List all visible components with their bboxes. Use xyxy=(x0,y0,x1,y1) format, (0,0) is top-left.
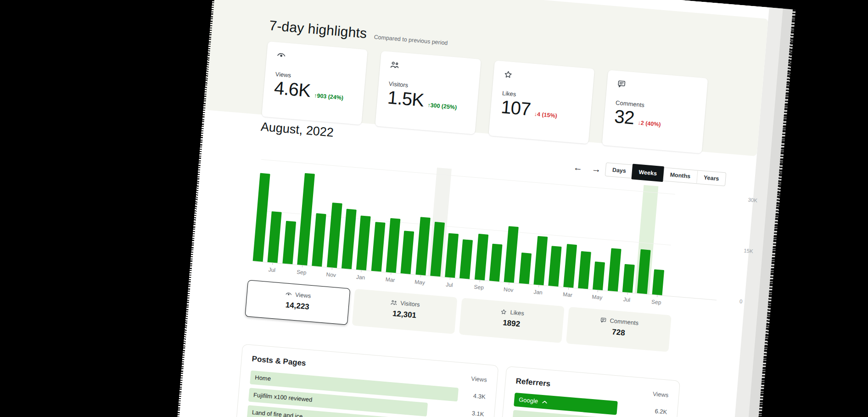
x-axis-label: Jan xyxy=(349,273,372,282)
period-title: August, 2022 xyxy=(260,120,334,140)
metric-tab-visitors[interactable]: Visitors12,301 xyxy=(352,289,458,334)
period-nav: ← → xyxy=(573,162,601,175)
chart-bar[interactable] xyxy=(356,215,371,270)
stat-card-likes[interactable]: Likes107↓4 (15%) xyxy=(488,61,594,144)
chart-bar[interactable] xyxy=(327,203,342,268)
chart-bar[interactable] xyxy=(578,251,591,289)
x-axis-tick xyxy=(361,270,362,272)
posts-views-column-header: Views xyxy=(471,375,487,383)
post-page-label: Fujifilm x100 reviewed xyxy=(253,391,313,403)
x-axis-tick xyxy=(391,272,391,275)
prev-period-arrow-icon[interactable]: ← xyxy=(573,162,583,174)
stat-card-delta: ↓4 (15%) xyxy=(534,111,557,119)
interval-tab-days[interactable]: Days xyxy=(605,163,633,178)
x-axis-label: May xyxy=(409,278,431,287)
visitors-icon xyxy=(390,61,470,77)
x-axis-tick xyxy=(598,290,598,292)
post-page-views-value: 4.3K xyxy=(459,388,486,404)
visitors-icon xyxy=(391,299,398,305)
x-axis-tick xyxy=(568,287,569,290)
referrers-views-column-header: Views xyxy=(652,390,669,399)
chart-bar[interactable] xyxy=(282,221,296,265)
stats-page: 7-day highlights Compared to previous pe… xyxy=(164,0,769,417)
referrer-label: Google xyxy=(518,393,538,408)
post-page-label: Land of fire and ice xyxy=(252,409,302,417)
chart-bar[interactable] xyxy=(415,217,430,275)
chart-bar[interactable] xyxy=(312,213,326,266)
chart-bar[interactable] xyxy=(534,236,548,285)
stat-card-value: 107 xyxy=(500,96,532,119)
chart-bar[interactable] xyxy=(622,264,635,293)
interval-toggle-group: DaysWeeksMonthsYears xyxy=(605,163,727,186)
chart-bar[interactable] xyxy=(593,261,605,290)
chart-bar[interactable] xyxy=(445,233,459,278)
chart-bar[interactable] xyxy=(297,173,315,265)
chart-bar[interactable] xyxy=(489,244,503,282)
metric-tab-views[interactable]: Views14,223 xyxy=(245,280,350,325)
x-axis-label: May xyxy=(586,293,609,301)
metric-tab-label: Visitors xyxy=(400,299,420,308)
stat-card-value: 1.5K xyxy=(387,87,425,110)
x-axis-label: Nov xyxy=(497,286,520,294)
interval-tab-weeks[interactable]: Weeks xyxy=(631,164,664,182)
chart-bar[interactable] xyxy=(460,239,473,279)
stat-card-delta: ↑300 (25%) xyxy=(427,102,457,111)
referrer-views-value: 6.2K xyxy=(641,403,667,417)
x-axis-tick xyxy=(450,277,450,280)
comments-icon xyxy=(617,80,697,96)
interval-tab-years[interactable]: Years xyxy=(696,170,726,186)
x-axis-tick xyxy=(420,275,420,277)
likes-icon xyxy=(500,309,507,315)
likes-icon xyxy=(504,70,584,86)
x-axis-label: Sep xyxy=(290,268,313,276)
chart-bar[interactable] xyxy=(342,209,357,269)
chart-bar[interactable] xyxy=(549,246,562,287)
views-icon xyxy=(286,291,292,297)
x-axis-label: Jul xyxy=(438,281,460,289)
stat-card-visitors[interactable]: Visitors1.5K↑300 (25%) xyxy=(375,51,481,135)
chart-bar[interactable] xyxy=(268,211,282,263)
x-axis-tick xyxy=(509,282,510,285)
metric-tab-comments[interactable]: Comments728 xyxy=(566,307,672,352)
stat-card-comments[interactable]: Comments32↓2 (40%) xyxy=(602,70,708,153)
metric-tab-label: Views xyxy=(295,291,311,299)
referrers-title: Referrers xyxy=(515,377,551,389)
x-axis-tick xyxy=(302,265,302,267)
x-axis-tick xyxy=(657,295,657,297)
views-icon xyxy=(276,51,357,67)
x-axis-tick xyxy=(627,293,627,295)
chart-bar[interactable] xyxy=(608,248,622,292)
chart-bar[interactable] xyxy=(401,231,414,274)
metric-tab-label: Comments xyxy=(610,317,639,327)
x-axis-label: Jul xyxy=(616,296,638,304)
y-axis-label: 30K xyxy=(748,197,757,203)
highlights-subtitle: Compared to previous period xyxy=(374,34,448,46)
metric-tab-likes[interactable]: Likes1892 xyxy=(459,298,565,343)
x-axis-tick xyxy=(331,267,332,270)
chart-bar[interactable] xyxy=(563,244,577,288)
stat-card-delta: ↓2 (40%) xyxy=(638,119,661,128)
x-axis-label: Jul xyxy=(261,266,283,274)
chart-bar[interactable] xyxy=(519,253,532,284)
post-page-label: Home xyxy=(255,374,271,382)
x-axis-tick xyxy=(272,263,273,265)
chart-bar[interactable] xyxy=(652,269,664,295)
interval-tab-months[interactable]: Months xyxy=(663,168,698,183)
chart-bar[interactable] xyxy=(371,222,385,271)
y-axis-label: 15K xyxy=(744,248,753,254)
highlights-title: 7-day highlights xyxy=(269,17,367,41)
chevron-up-icon[interactable] xyxy=(542,400,548,404)
comments-icon xyxy=(600,317,607,323)
x-axis-label: Jan xyxy=(527,288,549,296)
stat-card-views[interactable]: Views4.6K↑903 (24%) xyxy=(262,41,368,125)
next-period-arrow-icon[interactable]: → xyxy=(591,163,601,175)
x-axis-tick xyxy=(538,285,539,287)
x-axis-tick xyxy=(479,280,480,282)
post-page-views-value: 3.1K xyxy=(458,406,484,417)
chart-bar[interactable] xyxy=(475,234,488,280)
stat-card-value: 4.6K xyxy=(273,78,311,101)
chart-bar[interactable] xyxy=(504,226,519,282)
chart-bar[interactable] xyxy=(386,218,400,273)
chart-bar[interactable] xyxy=(253,173,270,262)
x-axis-label: Nov xyxy=(320,270,342,279)
